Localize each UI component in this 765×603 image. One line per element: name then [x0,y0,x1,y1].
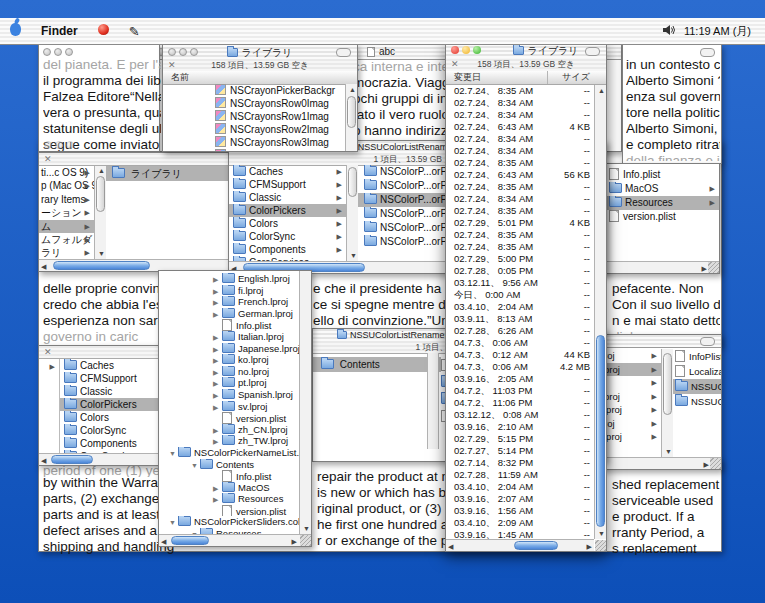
table-row[interactable]: 03.12.11、 9:56 AM-- [446,277,594,289]
browser-item[interactable]: InfoPlist.s [673,349,721,364]
browser-item[interactable]: Caches [60,359,166,372]
disclosure-triangle[interactable] [213,472,222,482]
table-row[interactable]: 02.7.24、 8:34 AM-- [446,145,594,157]
browser-item[interactable]: ColorSync [60,424,166,437]
list-item[interactable]: ▶Spanish.lproj [159,389,299,401]
library-title-bar[interactable]: ライブラリ [446,43,606,59]
menu-extra-classic[interactable] [88,24,119,38]
list-item[interactable]: ▶zh_CN.lproj [159,424,299,436]
table-row[interactable]: 02.7.24、 8:35 AM-- [446,205,594,217]
browser-item[interactable]: ▶ [601,376,661,390]
column-scrollbar[interactable]: ▼ [661,349,673,457]
list-item[interactable]: ▼NSColorPickerNameList.color [159,447,299,459]
disclosure-triangle[interactable]: ▶ [213,355,222,366]
scroll-up-arrow[interactable]: ▲ [98,167,105,175]
table-row[interactable]: 03.4.10、 2:09 AM-- [446,517,594,529]
table-row[interactable]: 02.7.24、 8:35 AM-- [446,241,594,253]
resize-grip[interactable] [708,262,719,273]
scroll-right-arrow[interactable]: ▶ [704,461,709,469]
scroll-left-arrow[interactable]: ◀ [41,457,46,465]
table-row[interactable]: 02.7.24、 8:35 AM-- [446,229,594,241]
list-item[interactable]: ▶English.lproj [159,273,299,285]
table-row[interactable]: 02.7.28、 0:05 PM-- [446,265,594,277]
disclosure-triangle[interactable]: ▶ [213,390,222,401]
table-row[interactable]: 02.7.24、 8:35 AM-- [446,157,594,169]
table-row[interactable]: 02.7.28、 6:26 AM-- [446,325,594,337]
disclosure-triangle[interactable]: ▶ [213,494,222,505]
table-row[interactable]: 03.4.10、 2:04 AM-- [446,301,594,313]
browser-item[interactable]: ーション▶ [39,206,94,219]
browser-item[interactable]: ColorPickers▶ [229,204,346,217]
disclosure-triangle[interactable]: ▶ [213,402,222,413]
file-row[interactable]: NSCrayonsRow2Imag [163,123,345,136]
browser-item[interactable]: lproj▶ [601,430,661,444]
faded-window-controls[interactable] [44,141,74,149]
selected-folder-row[interactable]: Contents ▶ [313,357,441,372]
disclosure-triangle[interactable] [213,321,222,331]
browser-item[interactable]: CFMSupport▶ [229,178,346,191]
menu-clock[interactable]: 11:19 AM (月) [684,24,751,39]
volume-menu[interactable] [662,24,676,39]
browser-item[interactable]: Classic▶ [229,191,346,204]
file-row[interactable]: NSCrayonsRow1Imag [163,110,345,123]
fragment-title-bar[interactable] [601,335,721,348]
browser-item[interactable]: Components▶ [229,243,346,256]
disclosure-triangle[interactable]: ▶ [213,297,222,308]
resize-grip[interactable] [710,458,721,469]
window-controls[interactable] [451,46,481,54]
crayons-vertical-scrollbar[interactable]: ▲ [345,84,357,151]
scroll-down-arrow[interactable]: ▼ [98,250,105,258]
browser-item[interactable]: version.plist [603,210,719,224]
scroll-right-arrow[interactable]: ▶ [587,543,592,551]
apple-menu[interactable] [0,23,31,39]
table-row[interactable]: 03.9.16、 2:10 AM-- [446,421,594,433]
table-row[interactable]: 02.7.24、 8:34 AM-- [446,97,594,109]
column-scrollbar[interactable]: ▲ ▼ [94,166,106,259]
table-row[interactable]: 02.7.29、 5:01 PM4 KB [446,217,594,229]
browser-item[interactable]: CFMSupport [60,372,166,385]
disclosure-triangle[interactable]: ▶ [213,436,222,447]
browser-item[interactable]: proj▶ [601,390,661,404]
list-item[interactable]: ▼Contents [159,459,299,471]
list-item[interactable]: ▶fi.lproj [159,285,299,297]
disclosure-triangle[interactable] [213,507,222,517]
table-row[interactable]: 02.7.24、 8:35 AM-- [446,181,594,193]
list-item[interactable]: ▶no.lproj [159,366,299,378]
file-row[interactable]: NSCrayonsRow0Imag [163,97,345,110]
fragment-horizontal-scrollbar[interactable]: ▶ [601,457,721,469]
list-item[interactable]: ▶MacOS [159,482,299,494]
library-horizontal-scrollbar[interactable]: ◀ ▶ [446,539,594,551]
browser-item[interactable]: Caches▶ [229,165,346,178]
scroll-down-arrow[interactable]: ▼ [598,530,605,538]
scrollbar-thumb[interactable] [348,167,357,197]
scrollbar-thumb[interactable] [596,335,605,527]
date-column-header[interactable]: 変更日 [454,71,481,84]
browser-item[interactable]: p (Mac OS 9)▶ [39,179,94,192]
list-vertical-scrollbar[interactable]: ▼ [299,271,311,534]
scroll-up-arrow[interactable]: ▲ [598,87,605,95]
table-row[interactable]: 03.9.16、 2:07 AM-- [446,493,594,505]
scroll-left-arrow[interactable]: ◀ [161,538,166,546]
input-method-menu[interactable]: ✎ [119,24,150,39]
scroll-left-arrow[interactable]: ◀ [41,263,46,271]
browser-item[interactable]: ム▶ [39,220,94,233]
browser-item[interactable]: Resources▶ [603,196,719,210]
scroll-down-arrow[interactable]: ▼ [303,525,310,533]
scrollbar-thumb[interactable] [53,261,150,270]
table-row[interactable]: 02.7.24、 6:43 AM4 KB [446,121,594,133]
scroll-up-arrow[interactable]: ▲ [349,86,356,94]
scrollbar-thumb[interactable] [663,353,672,415]
scrollbar-thumb[interactable] [96,176,105,212]
list-item[interactable]: ▶French.lproj [159,296,299,308]
disclosure-triangle[interactable]: ▶ [213,425,222,436]
browser-item[interactable]: roj▶ [601,417,661,431]
library-vertical-scrollbar[interactable]: ▲ ▼ [594,85,606,539]
browser-item[interactable]: proj▶ [601,363,661,377]
toolbar-toggle-button[interactable] [700,48,715,57]
browser-item[interactable]: MacOS▶ [603,182,719,196]
list-item[interactable]: ▶Japanese.lproj [159,343,299,355]
list-item[interactable]: Info.plist [159,319,299,331]
browser-item[interactable]: lproj▶ [601,403,661,417]
scrollbar-thumb[interactable] [51,455,93,464]
list-item[interactable]: ▶ko.lproj [159,354,299,366]
